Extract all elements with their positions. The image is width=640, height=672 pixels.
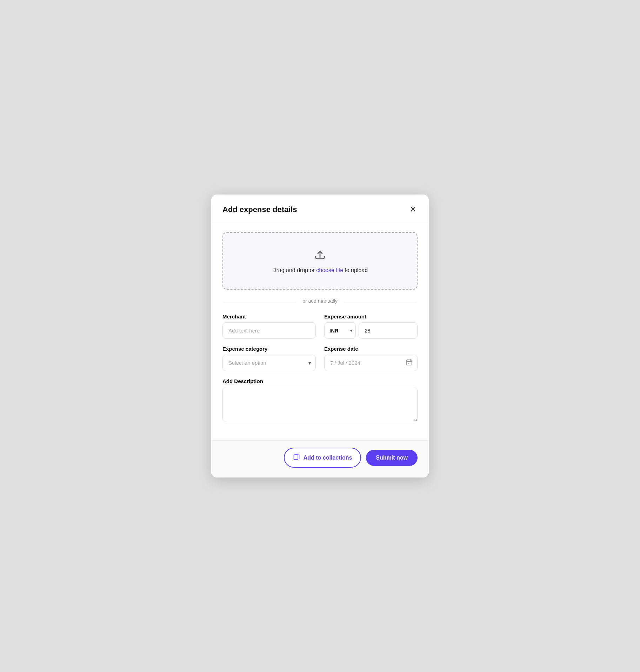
- svg-rect-6: [294, 455, 298, 459]
- amount-input[interactable]: [359, 322, 418, 339]
- divider-left: [222, 301, 297, 301]
- merchant-group: Merchant: [222, 314, 316, 339]
- expense-modal: Add expense details ✕ Drag and drop or c…: [211, 195, 429, 477]
- upload-text-suffix: to upload: [343, 267, 368, 273]
- currency-select[interactable]: INR USD EUR GBP: [324, 322, 356, 339]
- modal-header: Add expense details ✕: [211, 195, 429, 222]
- expense-category-label: Expense category: [222, 346, 316, 352]
- category-wrapper: Select an option Travel Food Office Supp…: [222, 355, 316, 371]
- date-wrapper: [324, 355, 418, 371]
- form-grid: Merchant Expense amount INR USD EUR GBP: [222, 314, 418, 371]
- category-select[interactable]: Select an option Travel Food Office Supp…: [222, 355, 316, 371]
- submit-button[interactable]: Submit now: [366, 450, 418, 466]
- divider-right: [343, 301, 418, 301]
- expense-date-label: Expense date: [324, 346, 418, 352]
- expense-category-group: Expense category Select an option Travel…: [222, 346, 316, 371]
- modal-body: Drag and drop or choose file to upload o…: [211, 222, 429, 440]
- divider-text: or add manually: [302, 298, 338, 304]
- amount-input-group: INR USD EUR GBP ▾: [324, 322, 418, 339]
- modal-title: Add expense details: [222, 205, 297, 214]
- merchant-input[interactable]: [222, 322, 316, 339]
- choose-file-link[interactable]: choose file: [316, 267, 343, 273]
- upload-text-prefix: Drag and drop or: [272, 267, 316, 273]
- currency-wrapper: INR USD EUR GBP ▾: [324, 322, 356, 339]
- upload-instruction: Drag and drop or choose file to upload: [272, 267, 368, 274]
- close-button[interactable]: ✕: [408, 204, 418, 215]
- expense-date-group: Expense date: [324, 346, 418, 371]
- expense-amount-group: Expense amount INR USD EUR GBP ▾: [324, 314, 418, 339]
- collections-icon: [293, 453, 300, 462]
- modal-footer: Add to collections Submit now: [211, 440, 429, 477]
- description-group: Add Description: [222, 378, 418, 422]
- divider-row: or add manually: [222, 298, 418, 304]
- add-to-collections-button[interactable]: Add to collections: [284, 448, 361, 468]
- upload-area[interactable]: Drag and drop or choose file to upload: [222, 232, 418, 290]
- upload-icon: [314, 248, 326, 262]
- description-textarea[interactable]: [222, 387, 418, 422]
- collections-button-label: Add to collections: [304, 455, 352, 461]
- close-icon: ✕: [410, 206, 416, 213]
- date-input[interactable]: [324, 355, 418, 371]
- merchant-label: Merchant: [222, 314, 316, 319]
- expense-amount-label: Expense amount: [324, 314, 418, 319]
- modal-overlay: Add expense details ✕ Drag and drop or c…: [0, 0, 640, 672]
- submit-button-label: Submit now: [376, 455, 408, 461]
- description-label: Add Description: [222, 378, 418, 384]
